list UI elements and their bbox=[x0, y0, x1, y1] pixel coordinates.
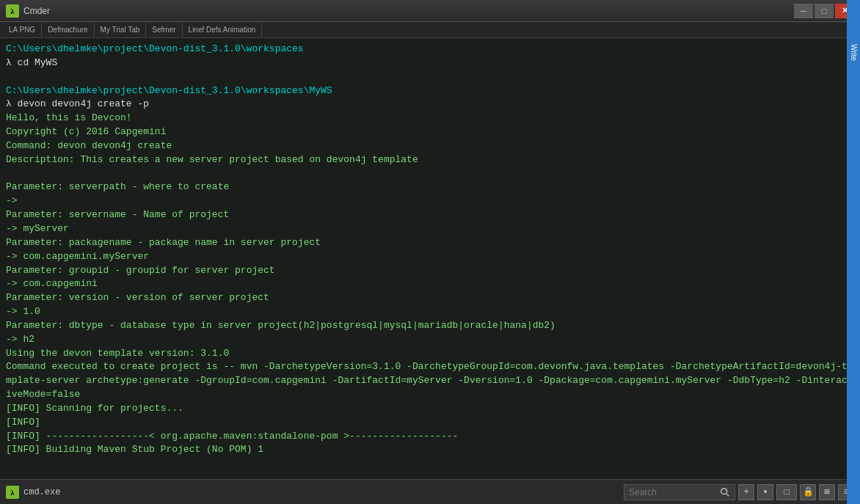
terminal-line bbox=[6, 167, 854, 181]
terminal-line: λ devon devon4j create -p bbox=[6, 98, 854, 112]
terminal-line: Parameter: packagename - package name in… bbox=[6, 236, 854, 250]
svg-line-1 bbox=[726, 493, 729, 496]
terminal-line: Parameter: groupid - groupid for server … bbox=[6, 264, 854, 278]
title-bar: λ Cmder ─ □ ✕ bbox=[0, 0, 860, 22]
terminal-line: [INFO] Building Maven Stub Project (No P… bbox=[6, 443, 854, 457]
grid-button[interactable]: ⊞ bbox=[819, 484, 835, 500]
tab-defmachure[interactable]: Defmachure bbox=[42, 23, 94, 37]
terminal-line: Description: This creates a new server p… bbox=[6, 153, 854, 167]
search-area: + ▾ □ 🔒 ⊞ ≡ bbox=[624, 484, 854, 500]
window-button[interactable]: □ bbox=[776, 484, 797, 500]
tab-sefmer[interactable]: Sefmer bbox=[146, 23, 182, 37]
tab-linef-defs-animation[interactable]: Linef Defs Animation bbox=[183, 23, 263, 37]
tab-la-png[interactable]: LA PNG bbox=[3, 23, 42, 37]
maximize-button[interactable]: □ bbox=[815, 4, 834, 18]
tab-bar: LA PNG Defmachure My Trial Tab Sefmer Li… bbox=[0, 22, 860, 38]
terminal-line: [INFO] Scanning for projects... bbox=[6, 402, 854, 416]
terminal-line bbox=[6, 70, 854, 84]
tab-dropdown-button[interactable]: ▾ bbox=[757, 484, 773, 500]
terminal-output: C:\Users\dhelmke\project\Devon-dist_3.1.… bbox=[0, 38, 860, 479]
right-panel-label: Write bbox=[850, 44, 858, 61]
tab-my-trial-tab[interactable]: My Trial Tab bbox=[95, 23, 147, 37]
terminal-line: λ cd MyWS bbox=[6, 56, 854, 70]
terminal-line: Using the devon template version: 3.1.0 bbox=[6, 347, 854, 361]
terminal-line: Parameter: dbtype - database type in ser… bbox=[6, 319, 854, 333]
search-box[interactable] bbox=[624, 484, 735, 500]
terminal-line: Parameter: servername - Name of project bbox=[6, 208, 854, 222]
terminal-line: Command executed to create project is --… bbox=[6, 360, 854, 402]
terminal-line: Copyright (c) 2016 Capgemini bbox=[6, 125, 854, 139]
terminal-line: -> com.capgemini bbox=[6, 277, 854, 291]
terminal-line: Hello, this is Devcon! bbox=[6, 112, 854, 125]
terminal-line: -> com.capgemini.myServer bbox=[6, 250, 854, 264]
terminal-line: -> h2 bbox=[6, 333, 854, 347]
lock-button[interactable]: 🔒 bbox=[800, 484, 816, 500]
terminal-line: [INFO] ------------------< org.apache.ma… bbox=[6, 430, 854, 444]
terminal-line: Command: devon devon4j create bbox=[6, 139, 854, 153]
process-name: cmd.exe bbox=[23, 487, 60, 497]
search-input[interactable] bbox=[629, 487, 717, 497]
terminal-line: [INFO] bbox=[6, 416, 854, 430]
terminal-line: -> bbox=[6, 194, 854, 208]
terminal-line: -> 1.0 bbox=[6, 305, 854, 319]
title-bar-left: λ Cmder bbox=[6, 4, 50, 18]
svg-point-0 bbox=[721, 488, 727, 494]
terminal-line: C:\Users\dhelmke\project\Devon-dist_3.1.… bbox=[6, 84, 854, 98]
status-icon: λ bbox=[6, 486, 19, 499]
search-icon bbox=[720, 487, 730, 497]
add-tab-button[interactable]: + bbox=[738, 484, 754, 500]
right-panel: Write bbox=[847, 0, 860, 504]
terminal-line: C:\Users\dhelmke\project\Devon-dist_3.1.… bbox=[6, 43, 854, 56]
window-controls: ─ □ ✕ bbox=[794, 4, 854, 18]
minimize-button[interactable]: ─ bbox=[794, 4, 813, 18]
status-bar: λ cmd.exe + ▾ □ 🔒 ⊞ ≡ bbox=[0, 479, 860, 504]
cmder-icon: λ bbox=[6, 4, 19, 18]
terminal-line: Parameter: serverpath - where to create bbox=[6, 180, 854, 194]
terminal-line: -> myServer bbox=[6, 222, 854, 236]
window-title: Cmder bbox=[23, 6, 50, 16]
terminal-line: Parameter: version - version of server p… bbox=[6, 291, 854, 305]
